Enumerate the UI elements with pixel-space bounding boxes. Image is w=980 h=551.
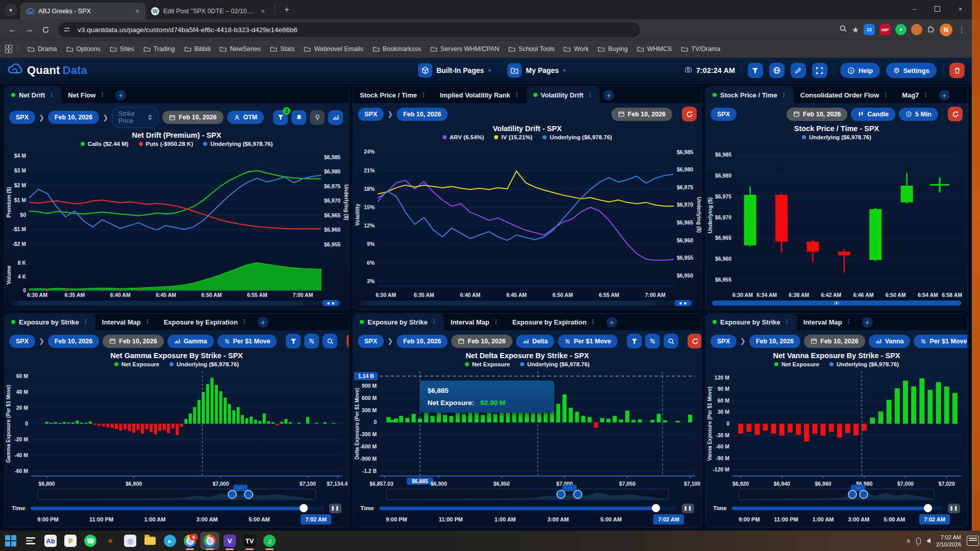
bookmark-item[interactable]: School Tools <box>504 43 559 55</box>
profile-avatar[interactable]: N <box>940 23 952 36</box>
microphone-icon[interactable] <box>916 538 921 544</box>
maximize-button[interactable] <box>926 0 949 17</box>
browser-menu-icon[interactable]: ⋮ <box>957 25 967 34</box>
bookmark-item[interactable]: Drama <box>23 43 62 55</box>
green-extension-icon[interactable]: ● <box>895 24 906 35</box>
legend-item[interactable]: Calls ($2.44 M) <box>81 141 129 147</box>
tab-menu-icon[interactable]: ⋮ <box>493 318 499 325</box>
tab-menu-icon[interactable]: ⋮ <box>781 91 787 98</box>
chart-hscrollbar[interactable] <box>359 300 695 306</box>
add-tab-button[interactable]: + <box>606 317 617 328</box>
file-explorer-icon[interactable] <box>141 533 159 549</box>
bookmark-item[interactable]: Sites <box>105 43 139 55</box>
time-slider[interactable] <box>31 507 324 510</box>
bookmark-item[interactable]: Webnovel Emails <box>299 43 368 55</box>
close-button[interactable]: × <box>949 0 972 17</box>
greek-pill[interactable]: Delta <box>516 335 555 348</box>
spotify-icon[interactable]: ♫ <box>261 533 278 549</box>
pause-button[interactable]: ❚❚ <box>329 504 341 513</box>
legend-item[interactable]: Underlying ($6,978.76) <box>520 361 590 367</box>
bookmark-item[interactable]: Optoons <box>62 43 105 55</box>
panel-tab[interactable]: Stock Price / Time ⋮ <box>353 87 433 103</box>
scroll-handle[interactable] <box>674 300 692 306</box>
start-button[interactable] <box>2 533 19 549</box>
bookmark-item[interactable]: Trading <box>139 43 180 55</box>
extension-badge-12[interactable]: 12 <box>864 24 875 35</box>
brush-handle[interactable] <box>573 490 582 499</box>
refresh-button[interactable] <box>682 107 697 121</box>
idea-bulb-button[interactable] <box>310 110 325 125</box>
pause-button[interactable]: ❚❚ <box>948 504 960 513</box>
photos-app-icon[interactable]: ◎ <box>121 533 139 549</box>
symbol-pill[interactable]: SPX <box>9 111 35 124</box>
bookmark-item[interactable]: NewSeries <box>215 43 265 55</box>
filter-button[interactable] <box>748 63 763 78</box>
hidden-icons-chevron[interactable]: ∧ <box>906 537 911 544</box>
zoom-icon[interactable] <box>839 24 847 35</box>
panel-tab[interactable]: Mag7 ⋮ <box>895 87 935 103</box>
tab-menu-icon[interactable]: ⋮ <box>83 318 89 325</box>
brush-handle[interactable] <box>244 490 253 499</box>
bookmark-item[interactable]: TV/Drama <box>676 43 725 55</box>
date-pill[interactable]: Feb 10, 2026 <box>48 111 99 124</box>
calendar-date-pill[interactable]: Feb 10, 2026 <box>103 335 163 348</box>
bookmark-item[interactable]: Bilibili <box>180 43 215 55</box>
interval-pill[interactable]: 5 Min <box>899 108 938 121</box>
panel-filter-button[interactable]: 2 <box>273 110 288 125</box>
legend-item[interactable]: Underlying ($6,978.76) <box>543 134 612 140</box>
panel-tab[interactable]: Volatility Drift ⋮ <box>527 87 600 103</box>
browser-profile-icon[interactable]: 6 <box>181 533 199 549</box>
panel-tab[interactable]: Implied Volatility Rank ⋮ <box>433 87 527 103</box>
brush-handle[interactable] <box>859 490 868 499</box>
legend-item[interactable]: Underlying ($6,978.76) <box>203 141 273 147</box>
zoom-button[interactable] <box>664 334 678 348</box>
date-pill[interactable]: Feb 10, 2026 <box>48 335 99 348</box>
panel-tab[interactable]: Consolidated Order Flow ⋮ <box>794 87 896 103</box>
add-tab-button[interactable]: + <box>115 90 126 101</box>
tab-menu-icon[interactable]: ⋮ <box>241 318 248 325</box>
chart-hscrollbar[interactable] <box>11 300 342 306</box>
net-drift-chart[interactable]: $4 M$3 M$2 M$1 M$0-$1 M-$2 M$6,985$6,980… <box>5 147 349 299</box>
key-app-icon[interactable]: P <box>62 533 79 549</box>
tab-close-icon[interactable]: × <box>258 7 267 16</box>
symbol-pill[interactable]: SPX <box>710 108 737 121</box>
add-tab-button[interactable]: + <box>258 317 268 328</box>
panel-tab[interactable]: Net Flow ⋮ <box>61 87 112 103</box>
brush-handle[interactable] <box>228 490 237 499</box>
notification-center-icon[interactable] <box>967 536 979 546</box>
panel-tab[interactable]: Exposure by Strike ⋮ <box>706 314 797 330</box>
calendar-date-pill[interactable]: Feb 10, 2026 <box>162 111 223 124</box>
legend-item[interactable]: Underlying ($6,978.76) <box>169 361 239 367</box>
tab-menu-icon[interactable]: ⋮ <box>883 91 889 98</box>
tab-menu-icon[interactable]: ⋮ <box>784 318 790 325</box>
strike-brush[interactable]: ⋯ <box>712 488 961 501</box>
brush-tag[interactable]: ⋯ <box>562 485 577 491</box>
time-slider[interactable] <box>379 507 677 510</box>
fullscreen-button[interactable] <box>812 63 827 78</box>
settings-button[interactable]: ⚙Settings <box>886 63 937 78</box>
chart-hscrollbar[interactable] <box>712 300 961 306</box>
bookmark-item[interactable]: Stats <box>265 43 300 55</box>
adblock-icon[interactable]: ABP <box>879 24 891 35</box>
time-slider-knob[interactable] <box>924 504 932 512</box>
panel-tab[interactable]: Interval Map ⋮ <box>444 314 506 330</box>
panel-tab[interactable]: Net Drift ⋮ <box>5 87 61 103</box>
panel-tab[interactable]: Interval Map ⋮ <box>797 314 859 330</box>
alerts-bell-button[interactable] <box>291 110 306 125</box>
task-view-icon[interactable] <box>22 533 39 549</box>
telegram-icon[interactable]: ▸ <box>161 533 179 549</box>
back-button[interactable]: ← <box>5 22 20 37</box>
panel-tab[interactable]: Exposure by Expiration ⋮ <box>506 314 603 330</box>
bookmark-star-icon[interactable]: ★ <box>852 25 859 35</box>
calendar-date-pill[interactable]: Feb 10, 2026 <box>804 335 865 348</box>
bookmark-item[interactable]: WHMCS <box>632 43 677 55</box>
tab-menu-icon[interactable]: ⋮ <box>48 91 55 98</box>
delete-page-button[interactable] <box>949 63 965 78</box>
symbol-pill[interactable]: SPX <box>9 335 35 348</box>
time-slider-knob[interactable] <box>300 504 308 512</box>
reload-button[interactable] <box>38 22 53 37</box>
per-move-pill[interactable]: Per $1 Move <box>217 335 277 348</box>
my-pages-button[interactable]: My Pages ▾ <box>507 63 566 78</box>
speaker-icon[interactable] <box>926 538 930 543</box>
tv-app-icon[interactable]: TV <box>241 533 258 549</box>
